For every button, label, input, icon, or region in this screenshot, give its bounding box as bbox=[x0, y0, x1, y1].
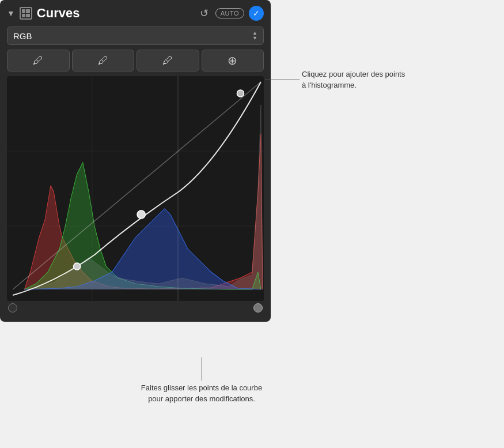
curve-point-high bbox=[237, 90, 244, 97]
curve-point-mid bbox=[137, 210, 145, 219]
callout-right-text: Cliquez pour ajouter des points à l'hist… bbox=[302, 69, 406, 91]
confirm-button[interactable]: ✓ bbox=[249, 6, 264, 21]
black-point-slider[interactable] bbox=[8, 303, 17, 313]
white-eyedropper-icon: 🖊 bbox=[162, 55, 173, 67]
callout-bottom-line bbox=[202, 357, 202, 381]
channel-dropdown[interactable]: RGB ▲▼ bbox=[7, 27, 264, 45]
callout-right-line bbox=[265, 80, 300, 80]
undo-button[interactable]: ↺ bbox=[198, 6, 211, 21]
panel-header: ▼ Curves ↺ AUTO ✓ bbox=[7, 6, 264, 21]
panel-title: Curves bbox=[37, 6, 193, 21]
curves-panel: ▼ Curves ↺ AUTO ✓ RGB ▲▼ 🖊 🖊 🖊 ⊕ bbox=[0, 0, 271, 322]
white-point-slider[interactable] bbox=[253, 303, 263, 313]
tools-row: 🖊 🖊 🖊 ⊕ bbox=[7, 50, 264, 71]
dropdown-arrows-icon: ▲▼ bbox=[252, 31, 257, 41]
collapse-chevron[interactable]: ▼ bbox=[7, 9, 15, 18]
gray-eyedropper-icon: 🖊 bbox=[98, 55, 108, 67]
curve-point-low bbox=[74, 263, 81, 270]
callout-bottom: Faites glisser les points de la courbe p… bbox=[138, 357, 265, 405]
curve-svg bbox=[7, 76, 264, 301]
channel-value: RGB bbox=[13, 31, 32, 41]
white-eyedropper-button[interactable]: 🖊 bbox=[137, 50, 199, 71]
channel-dropdown-row: RGB ▲▼ bbox=[7, 27, 264, 45]
callout-bottom-text: Faites glisser les points de la courbe p… bbox=[138, 383, 265, 405]
curve-histogram-area[interactable] bbox=[7, 76, 264, 301]
range-sliders bbox=[7, 303, 264, 313]
add-point-button[interactable]: ⊕ bbox=[202, 50, 264, 71]
black-eyedropper-button[interactable]: 🖊 bbox=[7, 50, 70, 71]
gray-eyedropper-button[interactable]: 🖊 bbox=[72, 50, 135, 71]
auto-button[interactable]: AUTO bbox=[215, 8, 244, 18]
panel-icon bbox=[20, 7, 32, 20]
callout-right: Cliquez pour ajouter des points à l'hist… bbox=[265, 69, 406, 91]
black-eyedropper-icon: 🖊 bbox=[33, 55, 43, 67]
crosshair-icon: ⊕ bbox=[228, 54, 237, 67]
check-icon: ✓ bbox=[253, 9, 260, 18]
